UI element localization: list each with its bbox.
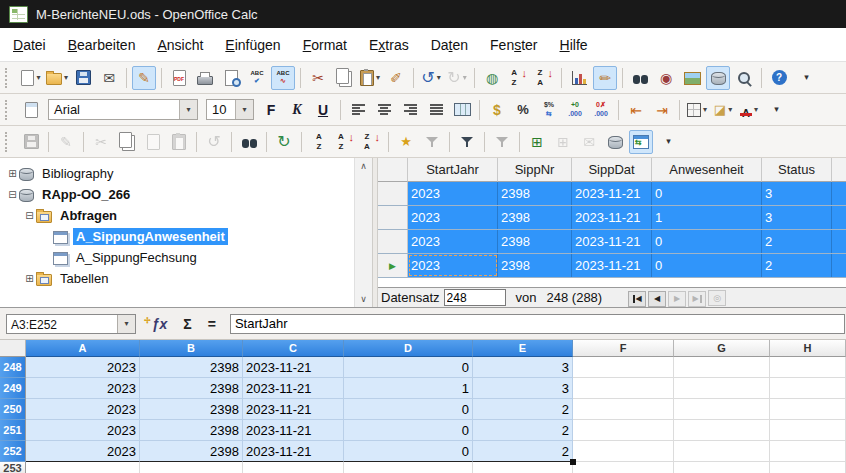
tree-item-rappoo_266[interactable]: ⊟RApp-OO_266: [0, 184, 372, 205]
cell-C249[interactable]: 2023-11-21: [243, 378, 344, 399]
delete-decimal-place-button[interactable]: 0✗.000: [589, 98, 613, 122]
cell-G252[interactable]: [674, 441, 770, 462]
name-box[interactable]: A3:E252 ▾: [6, 314, 136, 334]
redo-button-dropdown-icon[interactable]: ▾: [463, 73, 467, 82]
align-justified-button[interactable]: [424, 98, 448, 122]
explorer-on-off-button[interactable]: [629, 130, 653, 154]
add-decimal-place-button[interactable]: +0.000: [563, 98, 587, 122]
cell-H251[interactable]: [770, 420, 846, 441]
zoom-button[interactable]: [732, 66, 756, 90]
name-box-dropdown-icon[interactable]: ▾: [117, 315, 135, 333]
toolbar-grip[interactable]: [5, 100, 13, 120]
cell-E251[interactable]: 2: [473, 420, 573, 441]
scroll-up-icon[interactable]: ∧: [355, 158, 372, 174]
format-paintbrush-button[interactable]: ✐: [384, 66, 408, 90]
cell-C248[interactable]: 2023-11-21: [243, 357, 344, 378]
row-header-252[interactable]: 252: [0, 441, 26, 462]
cell-B248[interactable]: 2398: [140, 357, 243, 378]
show-draw-functions-button[interactable]: ✏: [593, 66, 617, 90]
cell-H249[interactable]: [770, 378, 846, 399]
cell[interactable]: 2398: [498, 254, 572, 277]
cell-H250[interactable]: [770, 399, 846, 420]
table-row[interactable]: 202323982023-11-2113: [378, 206, 846, 230]
data-sources-button[interactable]: [706, 66, 730, 90]
menu-item-daten[interactable]: Daten: [420, 37, 479, 53]
cell-B252[interactable]: 2398: [140, 441, 243, 462]
copy-button[interactable]: [332, 66, 356, 90]
copy-button[interactable]: [115, 130, 139, 154]
gallery-button[interactable]: [680, 66, 704, 90]
menu-item-einfgen[interactable]: Einfügen: [214, 37, 291, 53]
hyperlink-button[interactable]: ◍: [480, 66, 504, 90]
bold-button[interactable]: F: [259, 98, 283, 122]
cell[interactable]: 3: [762, 206, 832, 229]
cell[interactable]: 0: [652, 254, 762, 277]
font-color-button[interactable]: ▾: [737, 98, 761, 122]
cell-B251[interactable]: 2398: [140, 420, 243, 441]
open-button-dropdown-icon[interactable]: ▾: [64, 73, 68, 82]
cell-E250[interactable]: 2: [473, 399, 573, 420]
cell-G250[interactable]: [674, 399, 770, 420]
autospellcheck-button[interactable]: ABC∿: [271, 66, 295, 90]
function-wizard-button[interactable]: ƒx: [144, 316, 167, 332]
tree-item-a_sippunganwesenheit[interactable]: A_SippungAnwesenheit: [0, 226, 372, 247]
cell-H252[interactable]: [770, 441, 846, 462]
cell[interactable]: 2023: [408, 230, 498, 253]
cut-button[interactable]: ✂: [306, 66, 330, 90]
paste-button[interactable]: ▾: [358, 66, 382, 90]
column-header-F[interactable]: F: [573, 340, 674, 357]
cell-A248[interactable]: 2023: [26, 357, 140, 378]
previous-record-button[interactable]: ◀: [648, 291, 666, 307]
tree-item-a_sippungfechsung[interactable]: A_SippungFechsung: [0, 247, 372, 268]
table-row[interactable]: 202323982023-11-2102: [378, 230, 846, 254]
cell[interactable]: 2398: [498, 206, 572, 229]
row-header-249[interactable]: 249: [0, 378, 26, 399]
cell-A252[interactable]: 2023: [26, 441, 140, 462]
row-header-253[interactable]: 253: [0, 462, 26, 473]
font-size-combobox-dropdown-icon[interactable]: ▾: [235, 100, 253, 119]
font-name-combobox-dropdown-icon[interactable]: ▾: [179, 100, 197, 119]
data-to-text-button[interactable]: ⊞: [525, 130, 549, 154]
decrease-indent-button[interactable]: ⇤: [624, 98, 648, 122]
cell-D250[interactable]: 0: [344, 399, 473, 420]
column-header-A[interactable]: A: [26, 340, 140, 357]
cell-A251[interactable]: 2023: [26, 420, 140, 441]
save-button[interactable]: [71, 66, 95, 90]
first-record-button[interactable]: ◀: [628, 291, 646, 307]
tree-expander-icon[interactable]: ⊟: [23, 210, 36, 221]
increase-indent-button[interactable]: ⇥: [650, 98, 674, 122]
background-color-button[interactable]: ◪▾: [711, 98, 735, 122]
table-row[interactable]: ▶202323982023-11-2102: [378, 254, 846, 278]
explorer-scrollbar[interactable]: ∧ ∨: [354, 158, 372, 307]
cell-F250[interactable]: [573, 399, 674, 420]
page-preview-button[interactable]: [219, 66, 243, 90]
cell-B250[interactable]: 2398: [140, 399, 243, 420]
tree-item-bibliography[interactable]: ⊞Bibliography: [0, 163, 372, 184]
column-header-E[interactable]: E: [473, 340, 573, 357]
spellcheck-button[interactable]: ABC✔: [245, 66, 269, 90]
cell[interactable]: 2023-11-21: [572, 182, 652, 205]
cell[interactable]: 2023-11-21: [572, 254, 652, 277]
cell-D249[interactable]: 1: [344, 378, 473, 399]
font-size-combobox[interactable]: 10▾: [206, 99, 254, 120]
row-header-248[interactable]: 248: [0, 357, 26, 378]
menu-item-format[interactable]: Format: [292, 37, 358, 53]
sort-ascending-button[interactable]: AZ↓: [333, 130, 357, 154]
align-center-button[interactable]: [372, 98, 396, 122]
row-selector[interactable]: [378, 230, 408, 253]
borders-button[interactable]: ▾: [685, 98, 709, 122]
number-format-standard-button[interactable]: $%⇆: [537, 98, 561, 122]
cell[interactable]: [573, 462, 674, 473]
function-equals-button[interactable]: =: [208, 316, 216, 332]
column-header-B[interactable]: B: [140, 340, 243, 357]
column-header-D[interactable]: D: [344, 340, 473, 357]
tree-item-abfragen[interactable]: ⊟Abfragen: [0, 205, 372, 226]
cell[interactable]: 3: [762, 182, 832, 205]
cell-G248[interactable]: [674, 357, 770, 378]
menu-item-bearbeiten[interactable]: Bearbeiten: [57, 37, 147, 53]
cell[interactable]: 0: [652, 182, 762, 205]
undo-button-dropdown-icon[interactable]: ▾: [437, 73, 441, 82]
menu-item-datei[interactable]: Datei: [2, 37, 57, 53]
edit-file-button[interactable]: ✎: [132, 66, 156, 90]
toolbar-options-button[interactable]: ▾: [763, 98, 787, 122]
